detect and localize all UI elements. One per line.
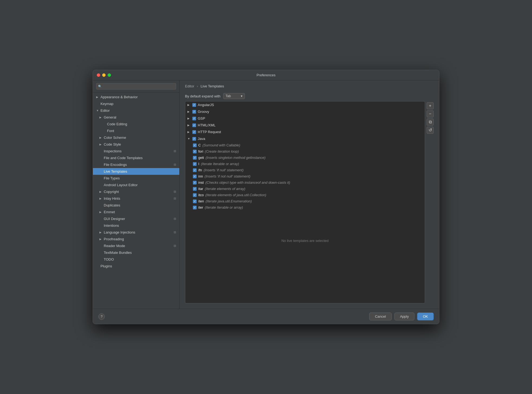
template-item-geti[interactable]: geti (Inserts singleton method getInstan… bbox=[185, 155, 425, 161]
cancel-button[interactable]: Cancel bbox=[369, 313, 391, 320]
template-item-c[interactable]: C (Surround with Callable) bbox=[185, 142, 425, 148]
template-item-fori[interactable]: fori (Create iteration loop) bbox=[185, 148, 425, 155]
sidebar-item-label: File Encodings bbox=[104, 163, 127, 167]
item-checkbox[interactable] bbox=[193, 181, 197, 185]
add-button[interactable]: + bbox=[427, 102, 434, 109]
item-checkbox[interactable] bbox=[193, 175, 197, 178]
chevron-down-icon: ▾ bbox=[241, 94, 242, 98]
sidebar-item-label: Live Templates bbox=[104, 169, 127, 173]
template-group-header-java[interactable]: ▼Java bbox=[185, 135, 425, 142]
sidebar: 🔍 ▶Appearance & BehaviorKeymap▼Editor▶Ge… bbox=[93, 80, 180, 309]
sidebar-item-label: Editor bbox=[100, 109, 110, 113]
sidebar-item-badge: ⊟ bbox=[174, 231, 176, 234]
sidebar-item-emmet[interactable]: ▶Emmet bbox=[93, 209, 179, 215]
group-checkbox-http-request[interactable] bbox=[192, 130, 196, 134]
minimize-button[interactable] bbox=[102, 73, 106, 77]
group-checkbox-html-xml[interactable] bbox=[192, 123, 196, 127]
sidebar-item-plugins[interactable]: Plugins bbox=[93, 263, 179, 270]
sidebar-item-file-encodings[interactable]: File Encodings⊟ bbox=[93, 161, 179, 168]
restore-button[interactable]: ↺ bbox=[427, 127, 434, 134]
sidebar-item-appearance[interactable]: ▶Appearance & Behavior bbox=[93, 94, 179, 100]
template-abbr: C bbox=[198, 143, 201, 147]
maximize-button[interactable] bbox=[108, 73, 111, 77]
item-checkbox[interactable] bbox=[193, 187, 197, 191]
group-checkbox-angularjs[interactable] bbox=[192, 103, 196, 107]
template-group-header-angularjs[interactable]: ▶AngularJS bbox=[185, 101, 425, 108]
item-checkbox[interactable] bbox=[193, 193, 197, 197]
sidebar-item-label: Emmet bbox=[104, 210, 115, 214]
item-checkbox[interactable] bbox=[193, 168, 197, 172]
template-abbr: inst bbox=[198, 180, 204, 185]
sidebar-item-badge: ⊟ bbox=[174, 163, 176, 166]
window-title: Preferences bbox=[257, 73, 275, 77]
group-checkbox-groovy[interactable] bbox=[192, 110, 196, 114]
sidebar-item-textmate-bundles[interactable]: TextMate Bundles bbox=[93, 249, 179, 256]
templates-list[interactable]: No live templates are selected ▶AngularJ… bbox=[185, 101, 425, 303]
side-buttons: +−⧉↺ bbox=[425, 101, 434, 303]
sidebar-item-general[interactable]: ▶General bbox=[93, 114, 179, 121]
sidebar-item-intentions[interactable]: Intentions bbox=[93, 222, 179, 229]
sidebar-item-font[interactable]: Font bbox=[93, 127, 179, 134]
group-label-gsp: GSP bbox=[198, 116, 205, 120]
template-group-header-html-xml[interactable]: ▶HTML/XML bbox=[185, 122, 425, 129]
template-group-java: ▼JavaC (Surround with Callable)fori (Cre… bbox=[185, 135, 425, 211]
expand-label: By default expand with bbox=[185, 94, 220, 98]
template-group-header-gsp[interactable]: ▶GSP bbox=[185, 115, 425, 122]
chevron-icon: ▶ bbox=[99, 231, 103, 234]
sidebar-item-badge: ⊟ bbox=[174, 244, 176, 248]
template-item-iten[interactable]: iten (Iterate java.util.Enumeration) bbox=[185, 198, 425, 204]
sidebar-item-todo[interactable]: TODO bbox=[93, 256, 179, 263]
sidebar-item-code-editing[interactable]: Code Editing bbox=[93, 121, 179, 127]
sidebar-item-label: Intentions bbox=[104, 224, 119, 228]
item-checkbox[interactable] bbox=[193, 156, 197, 160]
copy-button[interactable]: ⧉ bbox=[427, 119, 434, 126]
template-item-itar[interactable]: itar (Iterate elements of array) bbox=[185, 186, 425, 192]
sidebar-item-live-templates[interactable]: Live Templates bbox=[93, 168, 179, 175]
sidebar-list: ▶Appearance & BehaviorKeymap▼Editor▶Gene… bbox=[93, 93, 179, 309]
template-group-header-http-request[interactable]: ▶HTTP Request bbox=[185, 129, 425, 135]
chevron-icon: ▶ bbox=[96, 96, 99, 98]
template-item-inn[interactable]: inn (Inserts 'if not null' statement) bbox=[185, 173, 425, 179]
sidebar-item-android-layout-editor[interactable]: Android Layout Editor bbox=[93, 182, 179, 188]
template-item-ifn[interactable]: ifn (Inserts 'if null' statement) bbox=[185, 167, 425, 173]
sidebar-item-language-injections[interactable]: ▶Language Injections⊟ bbox=[93, 229, 179, 236]
item-checkbox[interactable] bbox=[193, 206, 197, 209]
traffic-lights bbox=[97, 73, 111, 77]
group-checkbox-gsp[interactable] bbox=[192, 117, 196, 120]
ok-button[interactable]: OK bbox=[417, 313, 434, 320]
template-desc: (Inserts 'if not null' statement) bbox=[205, 174, 250, 178]
template-item-iter[interactable]: iter (Iterate Iterable or array) bbox=[185, 204, 425, 211]
template-group-groovy: ▶Groovy bbox=[185, 108, 425, 115]
template-group-header-groovy[interactable]: ▶Groovy bbox=[185, 108, 425, 115]
group-checkbox-java[interactable] bbox=[192, 137, 196, 141]
template-item-inst[interactable]: inst (Checks object type with instanceof… bbox=[185, 179, 425, 186]
remove-button[interactable]: − bbox=[427, 110, 434, 117]
search-input[interactable] bbox=[96, 83, 176, 90]
sidebar-item-duplicates[interactable]: Duplicates bbox=[93, 202, 179, 209]
sidebar-item-inspections[interactable]: Inspections⊟ bbox=[93, 148, 179, 155]
help-button[interactable]: ? bbox=[98, 313, 105, 320]
item-checkbox[interactable] bbox=[193, 199, 197, 203]
template-item-itco[interactable]: itco (Iterate elements of java.util.Coll… bbox=[185, 192, 425, 198]
sidebar-item-code-style[interactable]: ▶Code Style bbox=[93, 141, 179, 148]
item-checkbox[interactable] bbox=[193, 162, 197, 166]
sidebar-item-inlay-hints[interactable]: ▶Inlay Hints⊟ bbox=[93, 195, 179, 202]
sidebar-item-reader-mode[interactable]: Reader Mode⊟ bbox=[93, 242, 179, 249]
expand-select[interactable]: Tab ▾ bbox=[223, 93, 245, 99]
sidebar-item-color-scheme[interactable]: ▶Color Scheme bbox=[93, 134, 179, 141]
template-item-i[interactable]: I (Iterate Iterable or array) bbox=[185, 161, 425, 167]
sidebar-item-file-types[interactable]: File Types bbox=[93, 175, 179, 182]
sidebar-item-label: File Types bbox=[104, 176, 120, 180]
sidebar-item-file-code-templates[interactable]: File and Code Templates bbox=[93, 155, 179, 161]
sidebar-item-copyright[interactable]: ▶Copyright⊟ bbox=[93, 188, 179, 195]
sidebar-item-editor[interactable]: ▼Editor bbox=[93, 107, 179, 114]
sidebar-item-proofreading[interactable]: ▶Proofreading bbox=[93, 236, 179, 242]
main-content: 🔍 ▶Appearance & BehaviorKeymap▼Editor▶Ge… bbox=[93, 80, 439, 309]
sidebar-item-keymap[interactable]: Keymap bbox=[93, 100, 179, 107]
help-label: ? bbox=[101, 315, 103, 319]
sidebar-item-gui-designer[interactable]: GUI Designer⊟ bbox=[93, 215, 179, 222]
item-checkbox[interactable] bbox=[193, 143, 197, 147]
close-button[interactable] bbox=[97, 73, 100, 77]
apply-button[interactable]: Apply bbox=[394, 313, 415, 320]
item-checkbox[interactable] bbox=[193, 150, 197, 153]
